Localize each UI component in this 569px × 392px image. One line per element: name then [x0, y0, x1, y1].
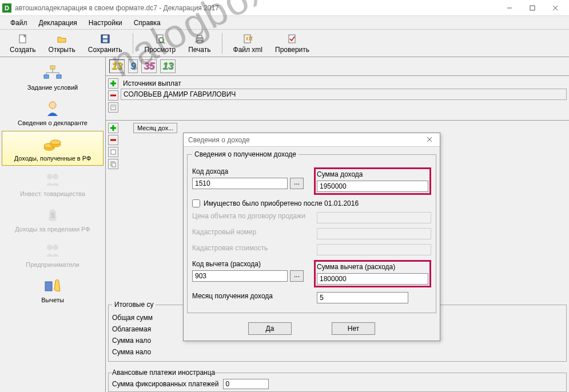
- income-month-input[interactable]: [317, 292, 408, 303]
- folder-open-icon: [56, 33, 67, 45]
- deduction-amount-input[interactable]: [317, 273, 428, 285]
- deduction-code-lookup-button[interactable]: ...: [290, 270, 304, 282]
- sidebar: Задание условий Сведения о декларанте До…: [0, 57, 106, 392]
- cadastral-number-input: [317, 228, 431, 239]
- toolbar: Создать Открыть Сохранить Просмотр Печат…: [0, 30, 569, 57]
- svg-rect-18: [44, 75, 49, 78]
- fixed-payments-input[interactable]: [223, 379, 269, 389]
- xml-file-icon: xml: [242, 33, 253, 45]
- add-source-button[interactable]: [108, 78, 118, 89]
- dialog-ok-button[interactable]: Да: [248, 322, 292, 335]
- sidebar-item-declarant[interactable]: Сведения о декларанте: [2, 95, 104, 130]
- income-code-input[interactable]: [192, 178, 288, 189]
- edit-source-button[interactable]: [108, 102, 118, 113]
- contract-price-label: Цена объекта по договору продажи: [192, 212, 307, 220]
- close-button[interactable]: [544, 1, 567, 15]
- sidebar-label: Инвест. товарищества: [20, 190, 85, 197]
- money-bag-icon: $: [42, 206, 63, 224]
- check-label: Проверить: [275, 46, 309, 54]
- check-button[interactable]: Проверить: [269, 31, 316, 55]
- tab-9[interactable]: 9: [128, 59, 138, 73]
- save-icon: [100, 33, 111, 45]
- deduction-code-input[interactable]: [192, 270, 288, 282]
- svg-point-33: [53, 245, 58, 250]
- sidebar-label: Сведения о декларанте: [18, 119, 87, 126]
- dialog-title: Сведения о доходе: [188, 136, 250, 144]
- copy-income-button[interactable]: [108, 159, 118, 169]
- xml-button[interactable]: xml Файл xml: [227, 31, 269, 55]
- svg-rect-19: [57, 75, 61, 78]
- preview-button[interactable]: Просмотр: [138, 31, 182, 55]
- cadastral-value-label: Кадастровая стоимость: [192, 244, 307, 252]
- tab-13[interactable]: 13: [109, 59, 125, 73]
- maximize-button[interactable]: [521, 1, 544, 15]
- menu-help[interactable]: Справка: [128, 17, 166, 29]
- conditions-icon: [42, 64, 63, 82]
- toolbar-separator: [222, 33, 222, 54]
- menu-bar: Файл Декларация Настройки Справка: [0, 16, 569, 30]
- print-label: Печать: [188, 46, 210, 54]
- entrepreneurs-icon: [42, 241, 63, 259]
- sidebar-item-conditions[interactable]: Задание условий: [2, 60, 104, 95]
- sidebar-item-deductions[interactable]: Вычеты: [2, 273, 104, 307]
- create-label: Создать: [10, 46, 36, 54]
- sidebar-label: Предприниматели: [26, 261, 79, 268]
- fixed-payments-label: Сумма фиксированных платежей: [112, 380, 218, 388]
- source-row[interactable]: СОЛОВЬЕВ ДАМИР ГАВРИЛОВИЧ: [121, 89, 567, 100]
- menu-settings[interactable]: Настройки: [83, 17, 128, 29]
- dialog-cancel-button[interactable]: Нет: [332, 322, 375, 335]
- minimize-button[interactable]: [498, 1, 521, 15]
- svg-line-10: [163, 42, 165, 43]
- remove-income-button[interactable]: [108, 135, 118, 145]
- advance-section: Авансовые платежи иностранца Сумма фикси…: [108, 369, 567, 392]
- sidebar-item-entrepreneurs[interactable]: Предприниматели: [2, 237, 104, 272]
- xml-label: Файл xml: [233, 46, 263, 54]
- deduction-amount-label: Сумма вычета (расхода): [317, 263, 428, 271]
- sidebar-label: Вычеты: [41, 297, 64, 303]
- sidebar-item-invest[interactable]: Инвест. товарищества: [2, 166, 104, 201]
- save-button[interactable]: Сохранить: [82, 31, 129, 55]
- cadastral-value-input: [317, 244, 431, 255]
- menu-file[interactable]: Файл: [5, 17, 33, 29]
- income-amount-input[interactable]: [317, 181, 428, 192]
- menu-declaration[interactable]: Декларация: [33, 17, 83, 29]
- deduction-code-label: Код вычета (расхода): [192, 260, 304, 268]
- svg-point-32: [47, 245, 53, 250]
- tab-35[interactable]: 35: [141, 59, 157, 73]
- remove-source-button[interactable]: [108, 90, 118, 101]
- sources-header: Источники выплат: [121, 78, 567, 89]
- taxable-label: Облагаемая: [112, 325, 151, 333]
- svg-rect-38: [111, 105, 116, 110]
- income-code-label: Код дохода: [192, 167, 304, 175]
- svg-rect-16: [289, 35, 295, 43]
- cadastral-number-label: Кадастровый номер: [192, 228, 307, 236]
- tab-13b[interactable]: 13: [160, 59, 176, 73]
- person-icon: [42, 99, 63, 118]
- sidebar-label: Задание условий: [27, 84, 78, 91]
- rate-tabs: 13 9 35 13: [106, 57, 569, 76]
- create-button[interactable]: Создать: [3, 31, 42, 55]
- sidebar-item-income-foreign[interactable]: $ Доходы за пределами РФ: [2, 202, 104, 237]
- month-column-header[interactable]: Месяц дох...: [133, 123, 177, 133]
- totals-legend: Итоговые су: [112, 301, 156, 309]
- sidebar-item-income-rf[interactable]: Доходы, полученные в РФ: [2, 131, 104, 166]
- edit-income-button[interactable]: [108, 147, 118, 157]
- save-label: Сохранить: [88, 46, 122, 54]
- payment-sources: Источники выплат СОЛОВЬЕВ ДАМИР ГАВРИЛОВ…: [106, 76, 569, 121]
- svg-rect-43: [111, 150, 116, 154]
- add-income-button[interactable]: [108, 123, 118, 133]
- printer-icon: [194, 33, 205, 45]
- property-after-2016-checkbox[interactable]: [192, 199, 200, 207]
- print-button[interactable]: Печать: [182, 31, 217, 55]
- sidebar-label: Доходы за пределами РФ: [15, 226, 90, 233]
- toolbar-separator: [133, 33, 133, 54]
- svg-rect-7: [103, 39, 108, 42]
- coins-icon: [42, 135, 63, 153]
- preview-icon: [154, 33, 166, 45]
- open-button[interactable]: Открыть: [42, 31, 82, 55]
- dialog-close-button[interactable]: [424, 136, 435, 144]
- income-code-lookup-button[interactable]: ...: [290, 178, 304, 189]
- app-icon: D: [2, 3, 11, 13]
- income-month-label: Месяц получения дохода: [192, 292, 307, 300]
- open-label: Открыть: [49, 46, 75, 54]
